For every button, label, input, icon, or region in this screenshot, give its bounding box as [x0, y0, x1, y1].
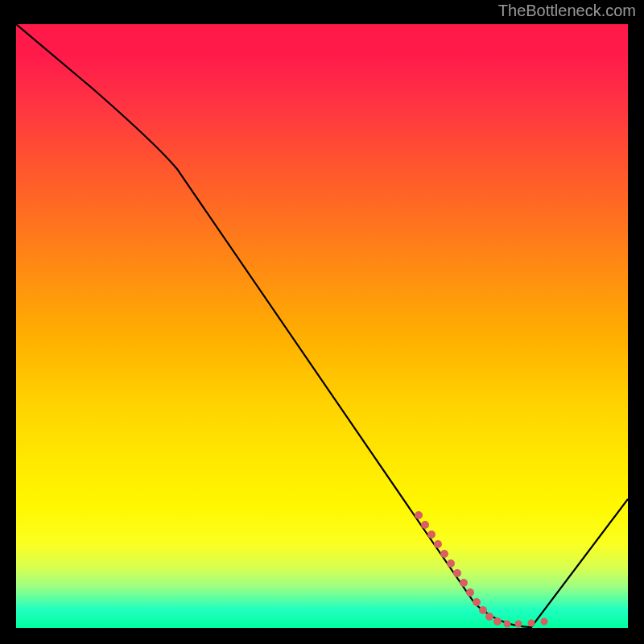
svg-point-11	[485, 613, 493, 621]
bottleneck-curve	[16, 24, 628, 627]
svg-point-1	[421, 521, 429, 529]
svg-point-2	[427, 530, 436, 539]
svg-point-12	[493, 617, 502, 625]
svg-point-13	[504, 621, 511, 628]
svg-point-6	[453, 569, 461, 577]
svg-point-8	[466, 588, 474, 597]
svg-point-4	[440, 550, 448, 558]
attribution-text: TheBottleneck.com	[498, 2, 636, 20]
svg-point-5	[447, 559, 455, 568]
svg-point-14	[515, 621, 522, 628]
svg-point-9	[473, 598, 481, 606]
svg-point-3	[434, 540, 442, 548]
svg-point-15	[528, 620, 535, 627]
dotted-segment	[415, 511, 548, 628]
svg-point-16	[541, 618, 548, 625]
svg-point-7	[460, 579, 468, 587]
chart-svg	[16, 24, 628, 628]
svg-point-10	[479, 606, 487, 614]
chart-area	[16, 24, 628, 628]
svg-point-0	[415, 511, 423, 519]
